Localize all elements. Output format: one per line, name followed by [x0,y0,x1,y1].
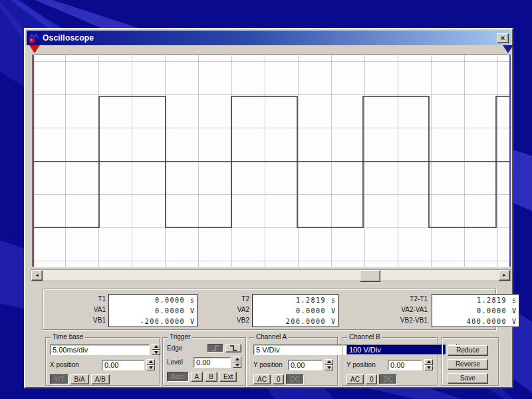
readout2-values: 1.2819s 0.0000V 200.0000V [252,294,338,327]
trigger-edge-row: Edge [167,344,241,352]
spinner-up-button[interactable] [233,356,241,362]
spinner-down-button[interactable] [233,362,241,368]
t2-row: 1.2819s [253,295,338,305]
arrow-right-icon: ► [502,273,507,277]
trigger-mode-row: Auto A B Ext [167,372,241,382]
edge-label: Edge [167,344,205,352]
channel-a-y-position-label: Y position [253,361,286,368]
chevron-down-icon [235,364,239,366]
actions-group: Reduce Reverse Save [442,337,499,386]
va1-row: 0.0000V [109,305,197,316]
x-position-input[interactable] [102,360,144,370]
timebase-group-title: Time base [51,333,85,341]
chevron-up-icon [427,360,431,363]
close-button[interactable]: × [497,33,509,43]
reverse-button[interactable]: Reverse [448,359,488,370]
channel-b-scale-input[interactable] [346,344,446,355]
channel-b-y-position-input[interactable] [388,360,422,370]
spinner-down-button[interactable] [325,365,333,371]
level-label: Level [167,358,192,366]
save-button[interactable]: Save [448,373,488,384]
arrow-left-icon: ◄ [35,273,39,277]
channel-a-ac-button[interactable]: AC [253,374,271,384]
channel-b-dc-button[interactable]: DC [379,374,396,384]
falling-edge-button[interactable] [225,344,241,352]
readout1-labels: T1 VA1 VB1 [51,294,106,326]
x-position-label: X position [50,361,100,368]
vb1-row: -200.0000V [109,316,197,327]
channel-b-y-position-label: Y position [346,361,386,368]
spinner-up-button[interactable] [152,344,160,350]
spinner-down-button[interactable] [146,365,155,371]
trigger-ext-button[interactable]: Ext [219,372,237,382]
horizontal-scrollbar[interactable]: ◄ ► [31,269,511,281]
vb2-row: 200.0000V [253,316,338,327]
timebase-xposition-row: X position [50,359,155,370]
oscilloscope-window: Oscilloscope × 1 2 ◄ ► T1 VA1 VB1 [24,28,513,388]
spinner-down-button[interactable] [152,350,160,356]
channel-a-scale-row [253,344,333,355]
channel-a-y-position-input[interactable] [288,360,323,370]
chevron-up-icon [154,345,158,348]
cursor2-line[interactable] [509,55,511,267]
channel-b-group-title: Channel B [347,333,382,341]
vb2-vb1-label: VB2-VB1 [369,315,428,326]
spinner-up-button[interactable] [424,359,433,365]
cursor1-line[interactable] [33,55,34,267]
measurement-panel: T1 VA1 VB1 0.0000s 0.0000V -200.0000V T2… [43,289,496,330]
channel-b-scale-row [346,344,433,355]
channel-a-group-title: Channel A [254,333,289,341]
va2-va1-value: 0.0000 [435,307,507,315]
channel-a-y-position-spinner[interactable] [325,359,333,370]
t2-unit: s [326,297,335,304]
t1-row: 0.0000s [109,295,197,305]
channel-b-y-position-spinner[interactable] [424,359,433,370]
t2-t1-value: 1.2819 [435,297,507,304]
trigger-level-spinner[interactable] [233,356,241,368]
trigger-b-button[interactable]: B [205,372,217,382]
vb2-vb1-unit: V [507,318,516,325]
spinner-up-button[interactable] [146,359,155,365]
readout3-labels: T2-T1 VA2-VA1 VB2-VB1 [369,294,428,326]
va2-unit: V [326,307,335,315]
ba-mode-button[interactable]: B/A [70,374,89,384]
channel-a-dc-button[interactable]: DC [286,374,303,384]
ab-mode-button[interactable]: A/B [91,374,110,384]
va2-va1-label: VA2-VA1 [369,305,428,315]
t1-unit: s [185,297,194,304]
actions-spacer [442,338,498,345]
yt-mode-button[interactable]: Y/T [50,374,68,384]
va2-va1-row: 0.0000V [432,305,519,316]
channel-b-ac-button[interactable]: AC [346,374,364,384]
timebase-scale-input[interactable] [50,344,150,355]
vb2-vb1-row: 400.0000V [432,316,519,327]
va2-label: VA2 [199,305,249,315]
spinner-down-button[interactable] [424,365,433,371]
cursor2-marker[interactable]: 2 [503,45,513,53]
channel-a-scale-input[interactable] [253,344,353,355]
reduce-button[interactable]: Reduce [448,345,488,356]
rising-edge-button[interactable] [207,344,223,352]
title-bar[interactable]: Oscilloscope × [27,31,511,45]
auto-trigger-button[interactable]: Auto [167,372,189,382]
scroll-left-button[interactable]: ◄ [31,270,43,281]
timebase-group: Time base X position Y/T B/A A/B [45,337,160,386]
timebase-scale-spinner[interactable] [152,344,160,355]
channel-a-yposition-row: Y position [253,359,333,370]
waveform-display[interactable] [32,55,511,267]
chevron-up-icon [149,360,153,363]
trigger-level-row: Level [167,356,241,368]
cursor1-marker[interactable]: 1 [29,45,40,53]
oscilloscope-app-icon [29,33,40,44]
readout1-values: 0.0000s 0.0000V -200.0000V [108,294,198,327]
channel-a-zero-button[interactable]: 0 [273,374,285,384]
spinner-up-button[interactable] [325,359,333,365]
trigger-level-input[interactable] [194,357,231,368]
t1-value: 0.0000 [112,297,185,304]
scrollbar-thumb[interactable] [360,270,380,282]
trigger-a-button[interactable]: A [191,372,203,382]
channel-b-zero-button[interactable]: 0 [366,374,378,384]
rising-edge-icon [211,345,219,351]
x-position-spinner[interactable] [146,359,155,370]
scroll-right-button[interactable]: ► [499,270,510,281]
